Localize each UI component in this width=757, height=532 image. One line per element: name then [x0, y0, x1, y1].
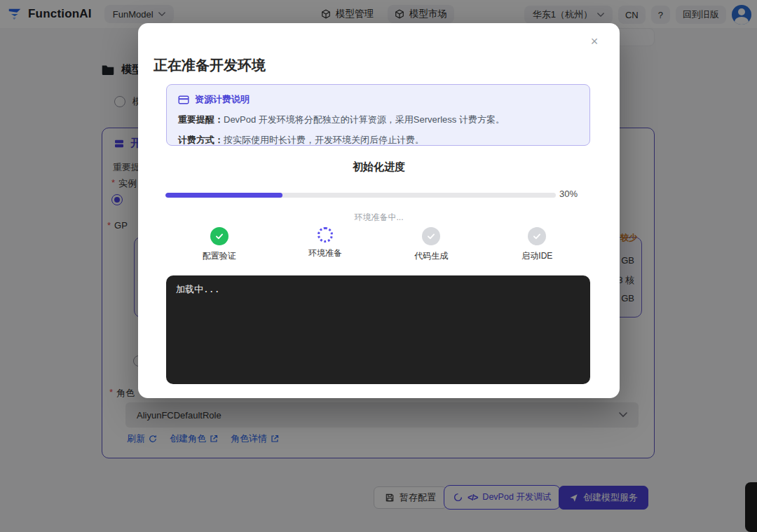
- step-label: 环境准备: [308, 247, 342, 259]
- screen: FunctionAI FunModel 模型管理: [0, 0, 757, 532]
- billing-line: 重要提醒：DevPod 开发环境将分配独立的计算资源，采用Serverless …: [178, 114, 578, 126]
- check-circle-icon: [210, 227, 229, 245]
- billing-notice-title: 资源计费说明: [195, 93, 250, 106]
- close-icon[interactable]: ×: [586, 33, 603, 50]
- billing-line-text: 按实际使用时长计费，开发环境关闭后停止计费。: [224, 135, 424, 145]
- billing-line-text: DevPod 开发环境将分配独立的计算资源，采用Serverless 计费方案。: [224, 114, 505, 125]
- progress-status: 环境准备中...: [138, 212, 620, 224]
- step-label: 代码生成: [414, 250, 448, 262]
- progress-bar: [165, 193, 556, 198]
- check-circle-icon: [528, 227, 546, 245]
- billing-notice-title-row: 资源计费说明: [178, 93, 578, 106]
- prepare-devpod-modal: 正在准备开发环境 × 资源计费说明 重要提醒：DevPod 开发环境将分配独立的…: [138, 23, 620, 398]
- modal-title: 正在准备开发环境: [154, 56, 266, 75]
- console-loading-text: 加载中...: [176, 284, 219, 294]
- billing-line-label: 重要提醒：: [178, 114, 224, 125]
- billing-notice-box: 资源计费说明 重要提醒：DevPod 开发环境将分配独立的计算资源，采用Serv…: [166, 84, 590, 146]
- progress-fill: [165, 193, 282, 198]
- credit-card-icon: [178, 95, 189, 104]
- step-label: 配置验证: [203, 250, 236, 262]
- progress-title: 初始化进度: [138, 161, 620, 174]
- step-code-generate: 代码生成: [378, 227, 484, 262]
- step-label: 启动IDE: [521, 250, 552, 262]
- log-console[interactable]: 加载中...: [166, 275, 590, 384]
- check-circle-icon: [422, 227, 440, 245]
- step-launch-ide: 启动IDE: [484, 227, 590, 262]
- step-config-validate: 配置验证: [166, 227, 272, 262]
- step-env-prepare: 环境准备: [272, 227, 378, 262]
- billing-line-label: 计费方式：: [178, 135, 224, 145]
- init-steps: 配置验证 环境准备 代码生成 启动IDE: [166, 227, 590, 262]
- billing-line: 计费方式：按实际使用时长计费，开发环境关闭后停止计费。: [178, 134, 578, 146]
- progress-percent: 30%: [559, 189, 578, 199]
- spinner-icon: [318, 227, 333, 243]
